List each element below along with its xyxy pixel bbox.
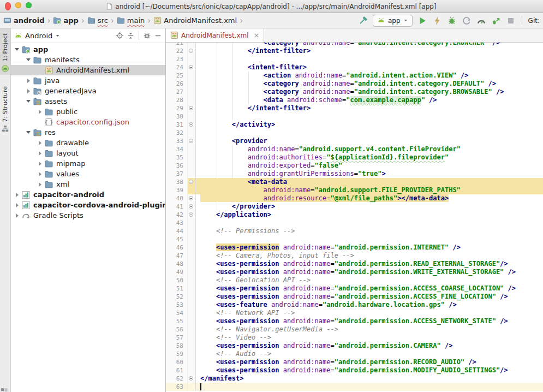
fold-marker[interactable]: [189, 65, 193, 69]
close-tab-icon[interactable]: ×: [254, 32, 260, 39]
tree-item-mipmap[interactable]: mipmap: [11, 158, 165, 169]
tree-item-androidmanifest-xml[interactable]: <>AndroidManifest.xml: [11, 65, 165, 75]
code-line-38[interactable]: 38 <meta-data: [166, 178, 543, 186]
code-line-39[interactable]: 39 android:name="android.support.FILE_PR…: [166, 186, 543, 194]
tree-item-xml[interactable]: xml: [11, 179, 165, 189]
editor-content[interactable]: 21 <category android:name="android.inten…: [166, 43, 543, 392]
breadcrumb-item-main[interactable]: main: [117, 16, 145, 25]
code-line-24[interactable]: 24 <intent-filter>: [166, 63, 543, 72]
code-line-34[interactable]: 34 android:name="android.support.v4.cont…: [166, 145, 543, 153]
code-line-33[interactable]: 33 <provider: [166, 137, 543, 145]
chevron-right-icon[interactable]: [36, 172, 44, 176]
fold-marker[interactable]: [189, 139, 193, 143]
tree-item-manifests[interactable]: manifests: [11, 55, 165, 65]
code-line-52[interactable]: 52 <uses-permission android:name="androi…: [166, 293, 543, 301]
code-line-31[interactable]: 31 </activity>: [166, 121, 543, 129]
code-line-21[interactable]: 21 <category android:name="android.inten…: [166, 43, 543, 47]
code-line-47[interactable]: 47 <!-- Camera, Photos, input file -->: [166, 252, 543, 260]
chevron-down-icon[interactable]: [25, 131, 32, 134]
code-line-41[interactable]: 41 </provider>: [166, 203, 543, 211]
chevron-down-icon[interactable]: [13, 48, 21, 51]
code-line-61[interactable]: 61 <uses-permission android:name="androi…: [166, 366, 543, 375]
tree-item-java[interactable]: java: [11, 75, 165, 86]
tool-window-project-tab[interactable]: 1: Project: [0, 28, 10, 75]
editor-tab-androidmanifest[interactable]: <> AndroidManifest.xml ×: [166, 28, 264, 42]
profile-button[interactable]: [462, 16, 472, 26]
fold-marker[interactable]: [189, 212, 193, 217]
project-view-selector[interactable]: Android: [25, 32, 52, 40]
code-line-63[interactable]: 63: [166, 383, 543, 391]
code-line-28[interactable]: 28 <data android:scheme="com.example.cap…: [166, 96, 543, 104]
tree-item-assets[interactable]: assets: [11, 96, 165, 106]
code-line-43[interactable]: 43: [166, 219, 543, 227]
tree-item-values[interactable]: values: [11, 169, 165, 179]
chevron-right-icon[interactable]: [36, 141, 44, 145]
breadcrumb-item-src[interactable]: src: [87, 16, 108, 25]
code-line-35[interactable]: 35 android:authorities="${applicationId}…: [166, 153, 543, 162]
code-line-42[interactable]: 42 </application>: [166, 211, 543, 219]
hide-panel-button[interactable]: [154, 32, 162, 40]
fold-marker[interactable]: [189, 376, 193, 381]
code-line-40[interactable]: 40 android:resource="@xml/file_paths"></…: [166, 194, 543, 203]
tree-item-capacitor-cordova-android-plugins[interactable]: capacitor-cordova-android-plugins: [11, 200, 165, 210]
fold-marker[interactable]: [189, 122, 193, 127]
chevron-right-icon[interactable]: [13, 213, 21, 218]
code-line-29[interactable]: 29 </intent-filter>: [166, 104, 543, 112]
tree-item-capacitor-android[interactable]: capacitor-android: [11, 189, 165, 200]
tree-item-res[interactable]: res: [11, 127, 165, 138]
code-line-36[interactable]: 36 android:exported="false": [166, 162, 543, 170]
apply-changes-button[interactable]: [432, 16, 442, 26]
chevron-down-icon[interactable]: [25, 100, 32, 103]
tree-item-generatedjava[interactable]: generatedJava: [11, 86, 165, 96]
fold-marker[interactable]: [189, 106, 193, 110]
breadcrumb-item-app[interactable]: app: [53, 16, 78, 25]
build-button[interactable]: [358, 16, 368, 26]
stop-button[interactable]: [506, 16, 516, 26]
code-line-50[interactable]: 50 <!-- Geolocation API -->: [166, 276, 543, 284]
attach-debugger-button[interactable]: [491, 16, 501, 26]
code-line-45[interactable]: 45: [166, 235, 543, 243]
code-line-22[interactable]: 22 </intent-filter>: [166, 47, 543, 55]
run-button[interactable]: [417, 16, 427, 26]
code-line-60[interactable]: 60 <uses-permission android:name="androi…: [166, 358, 543, 366]
code-line-30[interactable]: 30: [166, 112, 543, 121]
code-line-32[interactable]: 32: [166, 129, 543, 137]
code-line-51[interactable]: 51 <uses-permission android:name="androi…: [166, 284, 543, 293]
chevron-right-icon[interactable]: [25, 89, 32, 93]
run-configuration-select[interactable]: app: [373, 15, 413, 27]
tool-window-switcher-icon[interactable]: [1, 388, 8, 392]
chevron-right-icon[interactable]: [36, 162, 44, 166]
minimize-window-button[interactable]: [15, 2, 21, 8]
tree-item-public[interactable]: public: [11, 106, 165, 117]
locate-file-button[interactable]: [116, 32, 124, 40]
code-line-37[interactable]: 37 android:grantUriPermissions="true">: [166, 170, 543, 178]
code-line-59[interactable]: 59 <!-- Audio -->: [166, 350, 543, 358]
chevron-down-icon[interactable]: [25, 58, 32, 61]
tree-item-gradle-scripts[interactable]: Gradle Scripts: [11, 210, 165, 221]
collapse-all-button[interactable]: [127, 32, 135, 40]
code-line-56[interactable]: 56 <!-- Navigator.getUserMedia -->: [166, 325, 543, 334]
chevron-down-icon[interactable]: [55, 33, 60, 38]
settings-button[interactable]: [143, 32, 151, 40]
tree-item-drawable[interactable]: drawable: [11, 138, 165, 148]
tool-window-structure-tab[interactable]: 7: Structure: [0, 81, 10, 135]
close-window-button[interactable]: [5, 2, 11, 10]
code-line-25[interactable]: 25 <action android:name="android.intent.…: [166, 72, 543, 80]
tree-item-capacitor-config-json[interactable]: { }capacitor.config.json: [11, 117, 165, 127]
chevron-right-icon[interactable]: [25, 79, 32, 83]
code-line-23[interactable]: 23: [166, 55, 543, 63]
code-line-55[interactable]: 55 <uses-permission android:name="androi…: [166, 317, 543, 325]
fold-marker[interactable]: [189, 196, 193, 200]
zoom-window-button[interactable]: [26, 2, 32, 8]
android-profiler-button[interactable]: [476, 16, 486, 26]
fold-marker[interactable]: [189, 49, 193, 53]
tree-item-app[interactable]: app: [11, 44, 165, 55]
code-line-53[interactable]: 53 <uses-feature android:name="android.h…: [166, 301, 543, 309]
code-line-48[interactable]: 48 <uses-permission android:name="androi…: [166, 260, 543, 268]
fold-marker[interactable]: [189, 180, 193, 184]
code-line-62[interactable]: 62</manifest>: [166, 375, 543, 383]
chevron-right-icon[interactable]: [36, 182, 44, 187]
code-line-44[interactable]: 44 <!-- Permissions -->: [166, 227, 543, 235]
fold-marker[interactable]: [189, 204, 193, 209]
code-line-58[interactable]: 58 <uses-permission android:name="androi…: [166, 342, 543, 350]
